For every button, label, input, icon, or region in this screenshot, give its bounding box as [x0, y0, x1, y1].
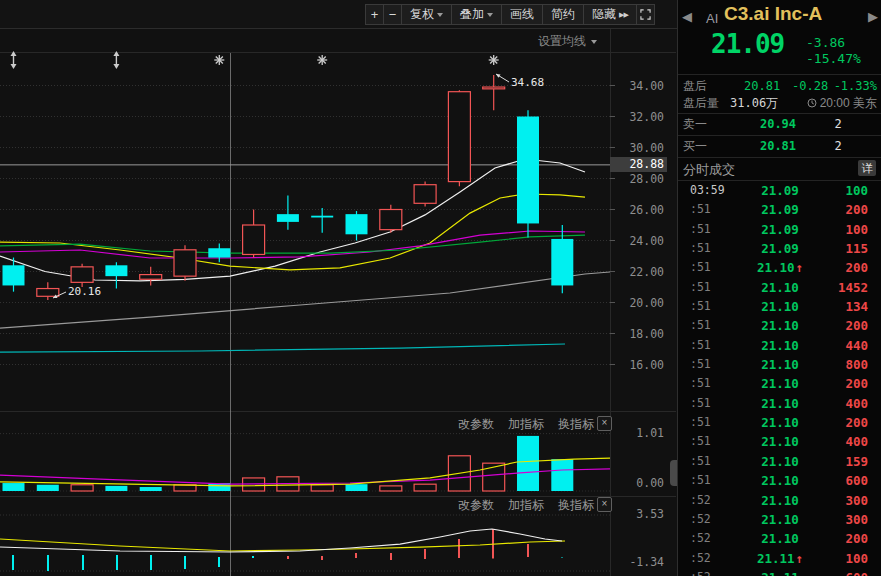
trade-volume: 1452: [838, 278, 868, 297]
draw-line-button[interactable]: 画线: [501, 4, 543, 25]
uptick-arrow-icon: ↑: [796, 260, 804, 275]
candle: [105, 265, 127, 276]
switch-indicator-button[interactable]: 换指标: [558, 497, 594, 514]
trade-price: 21.11↑: [740, 549, 820, 568]
hide-label: 隐藏: [592, 5, 616, 24]
after-hours-label: 盘后: [683, 78, 707, 95]
indicator-axis-min: -1.34: [612, 555, 664, 569]
add-indicator-button[interactable]: 加指标: [508, 497, 544, 514]
trade-volume: 200: [845, 374, 868, 393]
stock-name[interactable]: C3.ai Inc-A: [724, 3, 822, 25]
tape-row: :5121.10200: [678, 413, 881, 432]
trade-price: 21.10: [740, 355, 820, 374]
change-params-button[interactable]: 改参数: [458, 416, 494, 433]
next-stock-arrow[interactable]: ▶: [868, 9, 878, 24]
after-hours-change: -0.28: [792, 78, 828, 95]
trade-time: 03:59: [690, 181, 725, 200]
trade-price: 21.09: [740, 220, 820, 239]
candle: [174, 250, 196, 276]
candle: [3, 265, 25, 285]
trade-time: :51: [690, 239, 711, 258]
trade-time: :51: [690, 471, 711, 490]
fullscreen-button[interactable]: [636, 4, 655, 25]
simple-mode-button[interactable]: 简约: [542, 4, 584, 25]
trade-time: :52: [690, 549, 711, 568]
trade-price: 21.10: [740, 413, 820, 432]
ma-cyan: [0, 344, 565, 352]
trade-price: 21.10↑: [740, 258, 820, 277]
panel-collapse-handle[interactable]: [670, 460, 677, 486]
y-axis-label: 34.00: [612, 79, 664, 93]
candle: [483, 87, 505, 89]
y-axis-label: 20.00: [612, 296, 664, 310]
tape-detail-button[interactable]: 详: [858, 160, 876, 176]
ma-settings-label: 设置均线: [538, 33, 586, 50]
volume-panel-tools: 改参数 加指标 换指标: [458, 416, 594, 433]
after-hours-pct: -1.33%: [834, 78, 877, 95]
trade-volume: 200: [845, 529, 868, 548]
bid-row[interactable]: 买一 20.81 2: [678, 136, 881, 156]
tape-row: :5221.10300: [678, 510, 881, 529]
volume-bar: [380, 486, 402, 491]
y-axis-label: 18.00: [612, 327, 664, 341]
candle: [448, 92, 470, 182]
y-axis-label: 26.00: [612, 203, 664, 217]
candle: [517, 117, 539, 224]
time-and-sales-list[interactable]: 03:5921.09100:5121.09200:5121.09100:5121…: [678, 181, 881, 576]
zoom-in-button[interactable]: +: [365, 4, 384, 25]
trade-volume: 400: [845, 432, 868, 451]
y-axis-label: 22.00: [612, 265, 664, 279]
trade-volume: 400: [845, 394, 868, 413]
chevron-down-icon: [591, 40, 597, 44]
volume-bar: [517, 436, 539, 491]
switch-indicator-button[interactable]: 换指标: [558, 416, 594, 433]
close-volume-panel-button[interactable]: ×: [597, 416, 612, 431]
candle: [71, 267, 93, 283]
trade-volume: 115: [845, 239, 868, 258]
price-chart[interactable]: [0, 0, 677, 576]
tape-row: :5121.10200: [678, 316, 881, 335]
clock-icon: [807, 98, 817, 108]
ask-row[interactable]: 卖一 20.94 2: [678, 114, 881, 134]
divider: [678, 74, 881, 75]
add-indicator-button[interactable]: 加指标: [508, 416, 544, 433]
tape-row: :5221.10300: [678, 491, 881, 510]
trade-price: 21.10: [740, 491, 820, 510]
y-axis-label: 24.00: [612, 234, 664, 248]
tape-row: :5121.10159: [678, 452, 881, 471]
price-change-pct: -15.47%: [806, 51, 861, 66]
trade-time: :51: [690, 200, 711, 219]
candle: [140, 275, 162, 280]
tape-row: :5121.09115: [678, 239, 881, 258]
ma-settings-dropdown[interactable]: 设置均线: [538, 33, 597, 50]
y-axis-label: 30.00: [612, 141, 664, 155]
close-indicator-panel-button[interactable]: ×: [597, 497, 612, 512]
change-params-button[interactable]: 改参数: [458, 497, 494, 514]
volume-bar: [71, 485, 93, 491]
trade-volume: 159: [845, 452, 868, 471]
trade-price: 21.10: [740, 316, 820, 335]
trade-time: :51: [690, 355, 711, 374]
ind-white: [0, 529, 562, 552]
adjust-price-button[interactable]: 复权: [401, 4, 452, 25]
prev-stock-arrow[interactable]: ◀: [682, 9, 692, 24]
volume-bar: [311, 485, 333, 491]
tape-row: :5121.10800: [678, 355, 881, 374]
session-time: 20:00 美东: [807, 95, 877, 112]
trade-price: 21.09: [740, 239, 820, 258]
tape-row: :5121.10↑200: [678, 258, 881, 277]
trade-volume: 300: [845, 491, 868, 510]
trade-price: 21.10: [740, 336, 820, 355]
tape-row: :5121.09200: [678, 200, 881, 219]
toolbar-button-group: + − 复权 叠加 画线 简约 隐藏 ▶▶: [366, 4, 655, 25]
trade-volume: 600: [845, 568, 868, 576]
price-annotation: 20.16: [68, 285, 101, 298]
after-volume-label: 盘后量: [683, 95, 719, 112]
candle: [277, 214, 299, 222]
hide-button[interactable]: 隐藏 ▶▶: [583, 4, 637, 25]
zoom-out-button[interactable]: −: [383, 4, 402, 25]
chart-toolbar: + − 复权 叠加 画线 简约 隐藏 ▶▶: [0, 0, 677, 29]
overlay-button[interactable]: 叠加: [451, 4, 502, 25]
trade-price: 21.10: [740, 374, 820, 393]
trade-volume: 134: [845, 297, 868, 316]
